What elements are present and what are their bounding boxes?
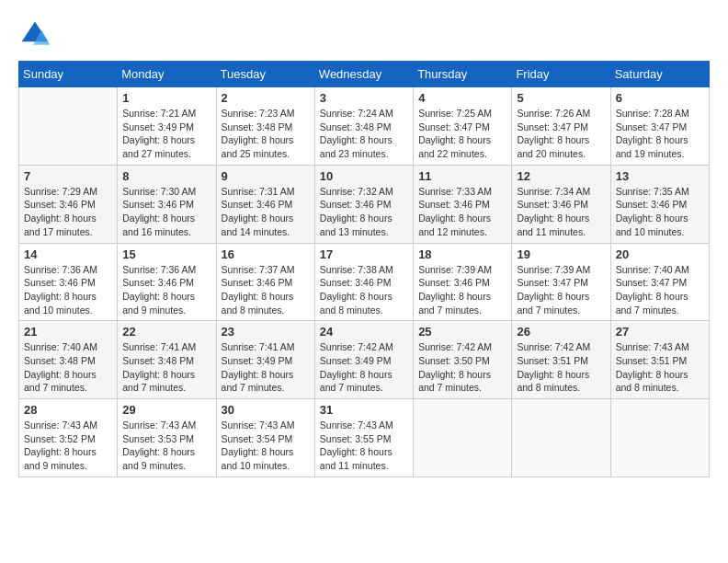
day-number: 29 [122, 403, 210, 417]
day-detail: Sunrise: 7:23 AMSunset: 3:48 PMDaylight:… [222, 107, 310, 161]
day-number: 26 [517, 325, 605, 339]
day-number: 14 [24, 247, 112, 261]
day-detail: Sunrise: 7:29 AMSunset: 3:46 PMDaylight:… [24, 185, 112, 239]
calendar-cell: 5Sunrise: 7:26 AMSunset: 3:47 PMDaylight… [512, 87, 610, 166]
day-number: 23 [222, 325, 310, 339]
day-number: 28 [24, 403, 112, 417]
day-number: 2 [222, 91, 310, 105]
day-number: 31 [320, 403, 408, 417]
calendar-cell: 23Sunrise: 7:41 AMSunset: 3:49 PMDayligh… [216, 321, 314, 399]
day-detail: Sunrise: 7:31 AMSunset: 3:46 PMDaylight:… [222, 185, 310, 239]
calendar-header: SundayMondayTuesdayWednesdayThursdayFrid… [19, 62, 710, 87]
day-number: 19 [517, 247, 605, 261]
calendar-cell: 27Sunrise: 7:43 AMSunset: 3:51 PMDayligh… [610, 321, 709, 399]
day-number: 15 [122, 247, 210, 261]
day-detail: Sunrise: 7:37 AMSunset: 3:46 PMDaylight:… [222, 263, 310, 317]
day-detail: Sunrise: 7:43 AMSunset: 3:53 PMDaylight:… [122, 419, 210, 473]
calendar-cell: 22Sunrise: 7:41 AMSunset: 3:48 PMDayligh… [118, 321, 216, 399]
day-detail: Sunrise: 7:42 AMSunset: 3:49 PMDaylight:… [320, 340, 408, 395]
day-number: 17 [320, 247, 408, 261]
day-number: 22 [122, 325, 210, 339]
day-detail: Sunrise: 7:43 AMSunset: 3:54 PMDaylight:… [222, 419, 310, 473]
calendar-cell [610, 399, 709, 477]
day-number: 4 [418, 91, 506, 105]
page-header [18, 18, 710, 52]
logo [18, 18, 55, 52]
day-detail: Sunrise: 7:35 AMSunset: 3:46 PMDaylight:… [616, 185, 704, 239]
day-number: 6 [616, 91, 704, 105]
day-detail: Sunrise: 7:36 AMSunset: 3:46 PMDaylight:… [122, 263, 210, 317]
day-number: 7 [24, 169, 112, 183]
weekday-header: Wednesday [314, 62, 413, 87]
day-detail: Sunrise: 7:40 AMSunset: 3:48 PMDaylight:… [24, 340, 112, 395]
day-detail: Sunrise: 7:36 AMSunset: 3:46 PMDaylight:… [24, 263, 112, 317]
calendar-cell: 9Sunrise: 7:31 AMSunset: 3:46 PMDaylight… [216, 165, 314, 243]
calendar-cell: 20Sunrise: 7:40 AMSunset: 3:47 PMDayligh… [610, 243, 709, 321]
calendar-cell: 14Sunrise: 7:36 AMSunset: 3:46 PMDayligh… [19, 243, 118, 321]
calendar-cell: 7Sunrise: 7:29 AMSunset: 3:46 PMDaylight… [19, 165, 118, 243]
calendar-cell: 16Sunrise: 7:37 AMSunset: 3:46 PMDayligh… [216, 243, 314, 321]
day-number: 30 [222, 403, 310, 417]
day-number: 9 [222, 169, 310, 183]
day-detail: Sunrise: 7:34 AMSunset: 3:46 PMDaylight:… [517, 185, 605, 239]
day-number: 12 [517, 169, 605, 183]
day-number: 5 [517, 91, 605, 105]
calendar-cell: 28Sunrise: 7:43 AMSunset: 3:52 PMDayligh… [19, 399, 118, 477]
day-number: 27 [616, 325, 704, 339]
day-detail: Sunrise: 7:33 AMSunset: 3:46 PMDaylight:… [418, 185, 506, 239]
day-detail: Sunrise: 7:30 AMSunset: 3:46 PMDaylight:… [122, 185, 210, 239]
logo-icon [18, 18, 51, 52]
weekday-header: Sunday [19, 62, 118, 87]
calendar-cell: 29Sunrise: 7:43 AMSunset: 3:53 PMDayligh… [118, 399, 216, 477]
calendar-cell: 6Sunrise: 7:28 AMSunset: 3:47 PMDaylight… [610, 87, 709, 166]
calendar-cell: 31Sunrise: 7:43 AMSunset: 3:55 PMDayligh… [314, 399, 413, 477]
calendar-cell: 4Sunrise: 7:25 AMSunset: 3:47 PMDaylight… [414, 87, 512, 166]
day-detail: Sunrise: 7:42 AMSunset: 3:50 PMDaylight:… [418, 340, 506, 395]
calendar-cell [19, 87, 118, 166]
day-detail: Sunrise: 7:32 AMSunset: 3:46 PMDaylight:… [320, 185, 408, 239]
calendar-cell: 24Sunrise: 7:42 AMSunset: 3:49 PMDayligh… [314, 321, 413, 399]
day-number: 1 [122, 91, 210, 105]
day-number: 3 [320, 91, 408, 105]
day-detail: Sunrise: 7:39 AMSunset: 3:46 PMDaylight:… [418, 263, 506, 317]
calendar-cell: 13Sunrise: 7:35 AMSunset: 3:46 PMDayligh… [610, 165, 709, 243]
calendar-cell: 19Sunrise: 7:39 AMSunset: 3:47 PMDayligh… [512, 243, 610, 321]
day-detail: Sunrise: 7:42 AMSunset: 3:51 PMDaylight:… [517, 340, 605, 395]
calendar-cell: 10Sunrise: 7:32 AMSunset: 3:46 PMDayligh… [314, 165, 413, 243]
calendar-cell [414, 399, 512, 477]
calendar-cell: 25Sunrise: 7:42 AMSunset: 3:50 PMDayligh… [414, 321, 512, 399]
day-number: 21 [24, 325, 112, 339]
calendar-cell [512, 399, 610, 477]
day-number: 20 [616, 247, 704, 261]
day-detail: Sunrise: 7:38 AMSunset: 3:46 PMDaylight:… [320, 263, 408, 317]
calendar-cell: 21Sunrise: 7:40 AMSunset: 3:48 PMDayligh… [19, 321, 118, 399]
day-number: 8 [122, 169, 210, 183]
day-detail: Sunrise: 7:21 AMSunset: 3:49 PMDaylight:… [122, 107, 210, 161]
calendar-cell: 1Sunrise: 7:21 AMSunset: 3:49 PMDaylight… [118, 87, 216, 166]
calendar-cell: 15Sunrise: 7:36 AMSunset: 3:46 PMDayligh… [118, 243, 216, 321]
day-number: 13 [616, 169, 704, 183]
day-number: 10 [320, 169, 408, 183]
weekday-header: Saturday [610, 62, 709, 87]
day-detail: Sunrise: 7:26 AMSunset: 3:47 PMDaylight:… [517, 107, 605, 161]
calendar-cell: 30Sunrise: 7:43 AMSunset: 3:54 PMDayligh… [216, 399, 314, 477]
day-detail: Sunrise: 7:41 AMSunset: 3:49 PMDaylight:… [222, 340, 310, 395]
weekday-header: Monday [118, 62, 216, 87]
day-detail: Sunrise: 7:39 AMSunset: 3:47 PMDaylight:… [517, 263, 605, 317]
day-detail: Sunrise: 7:25 AMSunset: 3:47 PMDaylight:… [418, 107, 506, 161]
day-detail: Sunrise: 7:28 AMSunset: 3:47 PMDaylight:… [616, 107, 704, 161]
day-detail: Sunrise: 7:40 AMSunset: 3:47 PMDaylight:… [616, 263, 704, 317]
calendar-cell: 12Sunrise: 7:34 AMSunset: 3:46 PMDayligh… [512, 165, 610, 243]
calendar-table: SundayMondayTuesdayWednesdayThursdayFrid… [18, 61, 710, 477]
calendar-cell: 3Sunrise: 7:24 AMSunset: 3:48 PMDaylight… [314, 87, 413, 166]
calendar-cell: 2Sunrise: 7:23 AMSunset: 3:48 PMDaylight… [216, 87, 314, 166]
day-number: 11 [418, 169, 506, 183]
day-detail: Sunrise: 7:43 AMSunset: 3:52 PMDaylight:… [24, 419, 112, 473]
day-detail: Sunrise: 7:43 AMSunset: 3:51 PMDaylight:… [616, 340, 704, 395]
day-number: 18 [418, 247, 506, 261]
calendar-cell: 11Sunrise: 7:33 AMSunset: 3:46 PMDayligh… [414, 165, 512, 243]
weekday-header: Tuesday [216, 62, 314, 87]
day-detail: Sunrise: 7:43 AMSunset: 3:55 PMDaylight:… [320, 419, 408, 473]
calendar-cell: 17Sunrise: 7:38 AMSunset: 3:46 PMDayligh… [314, 243, 413, 321]
weekday-header: Thursday [414, 62, 512, 87]
